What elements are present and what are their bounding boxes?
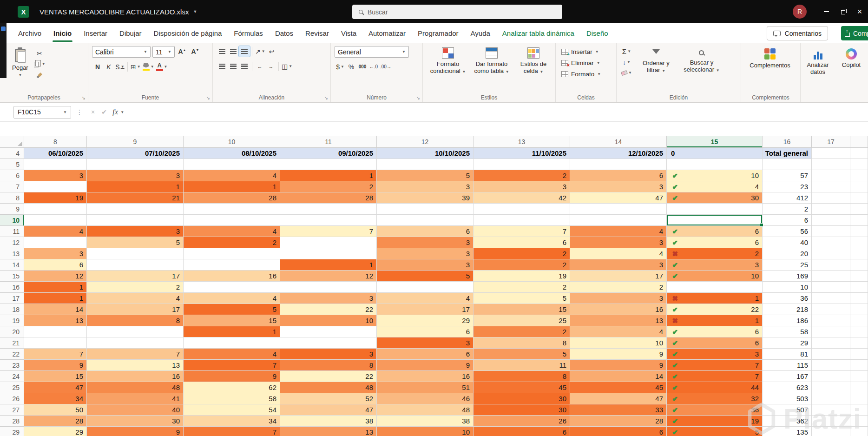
cell-r13c10[interactable] [184, 248, 280, 259]
italic-button[interactable]: K [103, 61, 114, 72]
cell-r24c10[interactable]: 9 [184, 371, 280, 382]
cell-r17c13[interactable]: 5 [473, 293, 570, 304]
cell-r17c15[interactable]: 1✖ [667, 293, 763, 304]
cell-r7c16[interactable]: 23 [763, 181, 812, 192]
pivot-column-header[interactable] [812, 148, 850, 159]
cell-r21c10[interactable] [184, 337, 280, 349]
cell-r8c8[interactable]: 19 [24, 192, 87, 204]
cell-r19c14[interactable]: 13 [570, 315, 667, 326]
cell-r26c16[interactable]: 503 [763, 393, 812, 404]
cell-r21c13[interactable]: 8 [473, 337, 570, 349]
currency-button[interactable]: $▼ [335, 61, 346, 72]
cell-r22c12[interactable]: 6 [377, 349, 473, 360]
tab-revisar[interactable]: Revisar [299, 23, 335, 43]
cell-r17c18[interactable] [850, 293, 868, 304]
increase-font-button[interactable]: A▲ [177, 46, 188, 57]
alignment-dialog-launcher[interactable]: ↘ [324, 95, 328, 100]
copilot-button[interactable]: Copilot [838, 46, 865, 70]
cell-r10c14[interactable] [570, 215, 667, 226]
cell-r7c10[interactable]: 1 [184, 181, 280, 192]
row-header-10[interactable]: 10 [0, 215, 24, 226]
share-button[interactable]: Comp [841, 26, 868, 40]
cell-r11c18[interactable] [850, 226, 868, 237]
cell-r27c10[interactable]: 54 [184, 404, 280, 416]
cell-r11c8[interactable]: 4 [24, 226, 87, 237]
cell-r12c14[interactable]: 3 [570, 237, 667, 248]
row-header-24[interactable]: 24 [0, 371, 24, 382]
cell-r5c11[interactable] [280, 159, 377, 170]
document-title[interactable]: VENTAS MERCADOLIBRE ACTUALIZADO.xlsx ▼ [39, 8, 197, 16]
row-header-8[interactable]: 8 [0, 192, 24, 204]
cell-r10c13[interactable] [473, 215, 570, 226]
row-header-28[interactable]: 28 [0, 416, 24, 427]
cell-r10c12[interactable] [377, 215, 473, 226]
row-header-5[interactable]: 5 [0, 159, 24, 170]
col-header-17[interactable]: 17 [812, 136, 850, 148]
cell-r13c18[interactable] [850, 248, 868, 259]
conditional-formatting-button[interactable]: Formato condicional ▼ [427, 46, 469, 77]
format-cells-button[interactable]: Formato▼ [559, 68, 614, 79]
cancel-icon[interactable]: × [91, 108, 95, 116]
cell-r28c10[interactable]: 34 [184, 416, 280, 427]
cell-r9c12[interactable] [377, 204, 473, 215]
cell-r8c15[interactable]: 30✔ [667, 192, 763, 204]
cell-r14c12[interactable]: 3 [377, 259, 473, 271]
cell-r26c11[interactable]: 52 [280, 393, 377, 404]
font-dialog-launcher[interactable]: ↘ [206, 95, 210, 100]
cell-r25c17[interactable] [812, 382, 850, 393]
cell-r29c10[interactable]: 7 [184, 427, 280, 436]
cell-r11c15[interactable]: 6✔ [667, 226, 763, 237]
cell-r21c15[interactable]: 6✔ [667, 337, 763, 349]
decrease-font-button[interactable]: A▼ [190, 46, 201, 57]
cell-r21c11[interactable] [280, 337, 377, 349]
col-header-15[interactable]: 15 [667, 136, 763, 148]
cell-r8c11[interactable]: 28 [280, 192, 377, 204]
row-header-29[interactable]: 29 [0, 427, 24, 436]
cell-r6c14[interactable]: 6 [570, 170, 667, 181]
cell-r19c8[interactable]: 13 [24, 315, 87, 326]
cell-r18c14[interactable]: 16 [570, 304, 667, 315]
cell-r24c11[interactable]: 22 [280, 371, 377, 382]
cell-r26c10[interactable]: 58 [184, 393, 280, 404]
cell-r16c13[interactable]: 2 [473, 282, 570, 293]
cell-r22c18[interactable] [850, 349, 868, 360]
tab-archivo[interactable]: Archivo [12, 23, 47, 43]
cell-r12c17[interactable] [812, 237, 850, 248]
decrease-decimal-button[interactable]: .00→ [379, 61, 392, 72]
analyze-data-button[interactable]: Analizar datos [804, 46, 831, 77]
pivot-column-header[interactable]: 08/10/2025 [184, 148, 280, 159]
cell-r23c15[interactable]: 7✔ [667, 360, 763, 371]
delete-cells-button[interactable]: × Eliminar▼ [559, 57, 614, 68]
cell-r15c18[interactable] [850, 271, 868, 282]
cell-r20c17[interactable] [812, 326, 850, 337]
underline-button[interactable]: S▼ [114, 61, 125, 72]
cell-r13c9[interactable] [87, 248, 184, 259]
cell-r20c15[interactable]: 6✔ [667, 326, 763, 337]
cell-r18c16[interactable]: 218 [763, 304, 812, 315]
row-header-21[interactable]: 21 [0, 337, 24, 349]
cell-r23c13[interactable]: 11 [473, 360, 570, 371]
orientation-button[interactable]: ↗▼ [254, 46, 266, 57]
cell-r15c16[interactable]: 169 [763, 271, 812, 282]
cell-r15c13[interactable]: 19 [473, 271, 570, 282]
row-header-4[interactable]: 4 [0, 148, 24, 159]
cell-r25c14[interactable]: 45 [570, 382, 667, 393]
wrap-text-button[interactable]: ↩ [266, 46, 277, 57]
pivot-column-header[interactable]: 10/10/2025 [377, 148, 473, 159]
cell-r15c14[interactable]: 17 [570, 271, 667, 282]
cell-r25c13[interactable]: 45 [473, 382, 570, 393]
pivot-column-header[interactable]: 0 [667, 148, 763, 159]
cell-r19c16[interactable]: 186 [763, 315, 812, 326]
cell-r25c18[interactable] [850, 382, 868, 393]
cell-r6c15[interactable]: 10✔ [667, 170, 763, 181]
addins-button[interactable]: Complementos [745, 46, 795, 70]
col-header-16[interactable]: 16 [763, 136, 812, 148]
thousands-button[interactable]: 000 [357, 61, 368, 72]
cell-r23c17[interactable] [812, 360, 850, 371]
cell-r7c13[interactable]: 3 [473, 181, 570, 192]
cell-r10c16[interactable]: 6 [763, 215, 812, 226]
cell-r28c12[interactable]: 38 [377, 416, 473, 427]
cell-r14c15[interactable]: 3✔ [667, 259, 763, 271]
cell-r16c10[interactable] [184, 282, 280, 293]
cell-r14c8[interactable]: 6 [24, 259, 87, 271]
